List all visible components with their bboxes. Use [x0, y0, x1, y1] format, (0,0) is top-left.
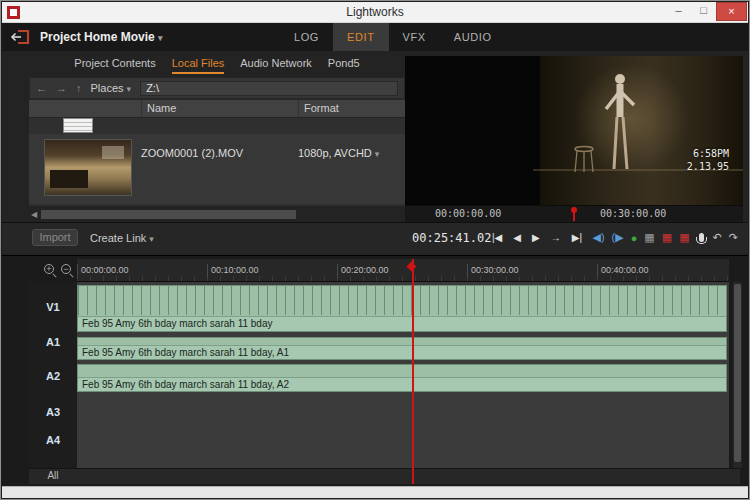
minimize-button[interactable]: –: [666, 2, 691, 21]
viewer-position-marker[interactable]: [573, 209, 575, 221]
timeline-footer: All: [29, 468, 740, 484]
clip-a2[interactable]: Feb 95 Amy 6th bday march sarah 11 bday,…: [77, 364, 727, 392]
vhs-time: 6:58PM: [687, 148, 729, 161]
create-link-label: Create Link: [90, 232, 146, 244]
all-tracks-button[interactable]: All: [29, 469, 77, 483]
hscroll-thumb[interactable]: [41, 210, 296, 219]
format-dropdown[interactable]: 1080p, AVCHD ▾: [298, 147, 379, 159]
tab-audio[interactable]: AUDIO: [440, 23, 506, 51]
clip-a1[interactable]: Feb 95 Amy 6th bday march sarah 11 bday,…: [77, 337, 727, 360]
track-label-a3[interactable]: A3: [29, 406, 77, 418]
zoom-in-icon[interactable]: +: [44, 264, 54, 274]
timeline-zoom-controls: + −: [44, 264, 71, 274]
window-bottom-frame: [2, 486, 748, 498]
monitor-icons: ◀) (▶ ● ▦ ▦ ▦ ↶ ↷: [592, 231, 738, 244]
step-back-button[interactable]: ◀: [513, 232, 521, 243]
project-title: Project Home Movie: [40, 30, 155, 44]
places-dropdown[interactable]: Places ▾: [91, 82, 132, 94]
ruler-label: 00:10:00.00: [207, 264, 259, 278]
back-icon[interactable]: ←: [36, 82, 47, 94]
stool-figure: [571, 145, 597, 175]
vscroll-thumb[interactable]: [734, 284, 741, 462]
chevron-down-icon: ▾: [149, 234, 154, 244]
timeline-lanes[interactable]: Feb 95 Amy 6th bday march sarah 11 bday …: [77, 282, 729, 468]
play-button[interactable]: ▶: [532, 232, 540, 243]
mic-icon[interactable]: [699, 233, 704, 242]
browser-tab-project-contents[interactable]: Project Contents: [74, 55, 155, 74]
thumbnail-partial: [63, 118, 93, 133]
column-name[interactable]: Name: [141, 100, 298, 117]
monitor-left-audio-icon[interactable]: ◀): [592, 231, 604, 244]
import-button[interactable]: Import: [32, 229, 78, 246]
track-label-a1[interactable]: A1: [29, 336, 77, 348]
step-forward-button[interactable]: →: [551, 232, 561, 243]
sync-status-icon[interactable]: ●: [631, 232, 638, 244]
browser-hscrollbar[interactable]: ◀: [29, 209, 405, 221]
clip-v1[interactable]: Feb 95 Amy 6th bday march sarah 11 bday: [77, 285, 727, 332]
track-label-a2[interactable]: A2: [29, 370, 77, 382]
folder-up-icon[interactable]: ↑: [76, 82, 82, 94]
viewer-timecode-strip[interactable]: 00:00:00.00 00:30:00.00: [405, 205, 743, 222]
redo-icon[interactable]: ↷: [729, 231, 738, 244]
scroll-left-icon[interactable]: ◀: [31, 210, 37, 219]
timeline-body: V1 A1 A2 A3 A4 Feb 95 Amy 6th bday march…: [2, 282, 748, 468]
file-row[interactable]: ZOOM0001 (2).MOV 1080p, AVCHD ▾: [29, 134, 405, 204]
file-thumbnail[interactable]: [44, 139, 132, 196]
out-timecode: 00:30:00.00: [574, 206, 743, 222]
edit-workspace: Project Contents Local Files Audio Netwo…: [2, 51, 748, 486]
lightworks-window: Lightworks – □ × Project Home Movie ▾ LO…: [0, 0, 750, 500]
create-link-dropdown[interactable]: Create Link ▾: [90, 232, 154, 244]
transport-bar: Import Create Link ▾ 00:25:41.02 |◀ ◀ ▶ …: [2, 222, 748, 253]
clip-a2-label: Feb 95 Amy 6th bday march sarah 11 bday,…: [78, 377, 726, 391]
effects-grid-icon[interactable]: ▦: [662, 231, 672, 244]
thumbnail-piano-shape: [50, 170, 88, 189]
file-list: ZOOM0001 (2).MOV 1080p, AVCHD ▾: [29, 118, 405, 206]
path-field[interactable]: Z:\: [140, 81, 398, 96]
exit-project-button[interactable]: [9, 29, 31, 45]
hscroll-track[interactable]: [41, 210, 397, 219]
file-table-header: Name Format: [29, 99, 405, 118]
track-label-v1[interactable]: V1: [29, 301, 77, 313]
places-label: Places: [91, 82, 124, 94]
close-button[interactable]: ×: [716, 2, 747, 21]
undo-icon[interactable]: ↶: [713, 231, 722, 244]
ruler-label: 00:20:00.00: [337, 264, 389, 278]
monitor-right-audio-icon[interactable]: (▶: [612, 231, 624, 244]
clip-a1-label: Feb 95 Amy 6th bday march sarah 11 bday,…: [78, 345, 726, 359]
tab-edit[interactable]: EDIT: [333, 23, 388, 51]
playhead[interactable]: [412, 259, 414, 484]
project-selector[interactable]: Project Home Movie ▾: [40, 30, 163, 44]
track-label-a4[interactable]: A4: [29, 434, 77, 446]
main-tabs: LOG EDIT VFX AUDIO: [280, 23, 506, 51]
video-preview[interactable]: 6:58PM 2.13.95: [405, 56, 743, 205]
in-timecode: 00:00:00.00: [405, 206, 574, 222]
column-format[interactable]: Format: [298, 100, 405, 117]
go-to-start-button[interactable]: |◀: [492, 232, 502, 243]
titlebar: Lightworks – □ ×: [2, 2, 748, 23]
browser-tab-pond5[interactable]: Pond5: [328, 55, 360, 74]
browser-tab-audio-network[interactable]: Audio Network: [240, 55, 312, 74]
track-labels: V1 A1 A2 A3 A4: [29, 282, 77, 468]
go-to-end-button[interactable]: ▶|: [572, 232, 582, 243]
tab-vfx[interactable]: VFX: [389, 23, 440, 51]
timeline-panel: + − 00:00:00.00 00:10:00.00 00:20:00.00 …: [2, 255, 748, 488]
tab-log[interactable]: LOG: [280, 23, 333, 51]
browser-tab-local-files[interactable]: Local Files: [172, 55, 225, 74]
clip-frame-ticks: [78, 286, 726, 315]
zoom-out-icon[interactable]: −: [61, 264, 71, 274]
column-thumbnail: [29, 100, 141, 117]
browser-toolbar: ← → ↑ Places ▾ Z:\: [29, 77, 405, 99]
forward-icon[interactable]: →: [56, 82, 67, 94]
timeline-vscrollbar[interactable]: [733, 282, 742, 468]
navbar: Project Home Movie ▾ LOG EDIT VFX AUDIO: [2, 23, 748, 51]
format-value: 1080p, AVCHD: [298, 147, 372, 159]
person-on-stilts-figure: [594, 69, 644, 177]
settings-grid-icon[interactable]: ▦: [644, 231, 654, 244]
timeline-ruler[interactable]: 00:00:00.00 00:10:00.00 00:20:00.00 00:3…: [77, 259, 729, 282]
maximize-button[interactable]: □: [691, 2, 716, 21]
browser-tabs: Project Contents Local Files Audio Netwo…: [29, 55, 405, 74]
effects-grid-icon-2[interactable]: ▦: [679, 231, 689, 244]
current-timecode: 00:25:41.02: [412, 231, 491, 245]
vhs-date: 2.13.95: [687, 161, 729, 174]
vhs-timestamp: 6:58PM 2.13.95: [687, 148, 729, 173]
